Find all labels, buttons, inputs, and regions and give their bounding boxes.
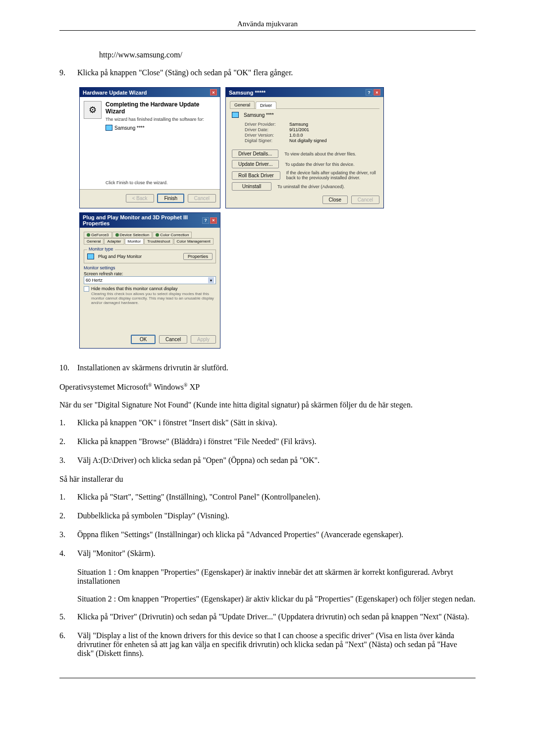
cancel-button: Cancel [188,194,216,202]
tab-color-management[interactable]: Color Management [174,238,214,245]
tab-general[interactable]: General [230,101,255,108]
list-a-2-text: Klicka på knappen "Browse" (Bläddra) i f… [77,437,476,446]
step-9-text: Klicka på knappen "Close" (Stäng) och se… [77,68,476,77]
properties-button[interactable]: Properties [183,253,213,260]
help-icon[interactable]: ? [202,217,209,224]
list-c-6-num: 6. [59,631,77,658]
install-heading: Så här installerar du [59,475,476,484]
nvidia-icon [156,233,159,237]
close-icon[interactable]: × [210,89,217,96]
chevron-down-icon: ▼ [208,277,214,283]
close-icon[interactable]: × [210,217,217,224]
wizard-sub: The wizard has finished installing the s… [106,117,216,122]
uninstall-button[interactable]: Uninstall [232,182,271,191]
footer-rule [59,678,476,678]
list-b-2-num: 2. [59,511,77,520]
wizard-titlebar: Hardware Update Wizard × [80,88,220,97]
tab-color-correction[interactable]: Color Correction [153,232,192,238]
kv-key: Driver Provider: [245,122,289,127]
monitor-titlebar: Plug and Play Monitor and 3D Prophet III… [80,213,220,228]
ok-button[interactable]: OK [131,335,156,344]
monitor-icon [87,253,94,259]
wizard-icon: ⚙ [84,101,102,119]
tab-label: GeForce3 [91,233,109,237]
nvidia-icon [115,233,119,237]
reg-mark: ® [148,382,152,388]
driver-details-button[interactable]: Driver Details... [232,150,278,158]
refresh-rate-combo[interactable]: 60 Hertz ▼ [84,276,216,284]
list-c-5-text: Klicka på "Driver" (Drivrutin) och sedan… [77,612,476,621]
list-b-3-text: Öppna fliken "Settings" (Inställningar) … [77,530,476,539]
monitor-properties-dialog: Plug and Play Monitor and 3D Prophet III… [79,212,220,349]
apply-button: Apply [191,335,216,344]
url-line: http://www.samsung.com/ [99,50,476,59]
list-a-1-text: Klicka på knappen "OK" i fönstret "Inser… [77,418,476,427]
monitor-settings-label: Monitor settings [84,265,216,270]
tab-device-selection[interactable]: Device Selection [112,232,153,238]
rollback-driver-button[interactable]: Roll Back Driver [232,171,280,180]
step-10-text: Installationen av skärmens drivrutin är … [77,363,476,372]
kv-val: Samsung [289,122,379,127]
step-10-num: 10. [59,363,77,372]
wizard-finish-text: Click Finish to close the wizard. [106,180,216,185]
driver-title-text: Samsung ***** [229,90,266,96]
refresh-rate-label: Screen refresh rate: [84,271,216,276]
list-b-3-num: 3. [59,530,77,539]
tab-troubleshoot[interactable]: Troubleshoot [144,238,173,245]
list-b-4-text: Välj "Monitor" (Skärm). [77,549,476,558]
update-driver-button[interactable]: Update Driver... [232,160,279,168]
kv-key: Driver Date: [245,127,289,132]
hide-modes-label: Hide modes that this monitor cannot disp… [91,286,178,291]
monitor-type-label: Monitor type [87,247,115,252]
monitor-name: Plug and Play Monitor [98,254,142,259]
page-header: Använda mjukvaran [59,20,476,31]
btn-desc: To update the driver for this device. [285,162,379,167]
refresh-rate-value: 60 Hertz [86,278,103,283]
close-button[interactable]: Close [322,196,348,204]
driver-device-name: Samsung **** [244,112,274,118]
back-button: < Back [126,194,154,202]
tab-geforce3[interactable]: GeForce3 [84,232,112,238]
list-a-2-num: 2. [59,437,77,446]
tab-driver[interactable]: Driver [256,101,276,109]
tab-label: Color Correction [160,233,189,237]
os-line: Operativsystemet Microsoft® Windows® XP [59,382,476,392]
finish-button[interactable]: Finish [157,194,184,203]
monitor-title-text: Plug and Play Monitor and 3D Prophet III… [83,214,202,226]
kv-val: 9/11/2001 [289,127,379,132]
tab-monitor[interactable]: Monitor [125,238,144,245]
os-prefix: Operativsystemet Microsoft [59,383,148,391]
help-icon[interactable]: ? [366,89,373,96]
monitor-icon [232,112,239,118]
close-icon[interactable]: × [374,89,380,96]
list-b-1-text: Klicka på "Start", "Setting" (Inställnin… [77,493,476,502]
reg-mark: ® [184,382,188,388]
btn-desc: To view details about the driver files. [284,151,379,156]
dsnf-paragraph: När du ser "Digital Signature Not Found"… [59,401,476,409]
tab-label: Device Selection [120,233,150,237]
list-c-6-text: Välj "Display a list of the known driver… [77,631,476,658]
wizard-device: Samsung **** [106,125,216,131]
kv-val: Not digitally signed [289,138,379,143]
list-b-4-num: 4. [59,549,77,558]
situation-1: Situation 1 : Om knappen "Properties" (E… [77,568,476,586]
driver-titlebar: Samsung ***** ? × [226,88,383,97]
list-a-1-num: 1. [59,418,77,427]
kv-key: Driver Version: [245,133,289,138]
monitor-icon [106,125,112,131]
wizard-device-name: Samsung **** [114,125,145,131]
nvidia-icon [87,233,90,237]
os-mid: Windows [152,383,184,391]
driver-properties-dialog: Samsung ***** ? × General Driver Samsung… [225,87,384,208]
cancel-button[interactable]: Cancel [159,335,187,344]
kv-key: Digital Signer: [245,138,289,143]
wizard-heading: Completing the Hardware Update Wizard [106,101,216,115]
tab-adapter[interactable]: Adapter [104,238,124,245]
step-9-num: 9. [59,68,77,77]
tab-general[interactable]: General [84,238,104,245]
cancel-button: Cancel [351,196,379,204]
list-c-5-num: 5. [59,612,77,621]
hide-modes-checkbox[interactable] [84,286,89,292]
btn-desc: If the device fails after updating the d… [286,170,379,180]
btn-desc: To uninstall the driver (Advanced). [277,184,379,189]
